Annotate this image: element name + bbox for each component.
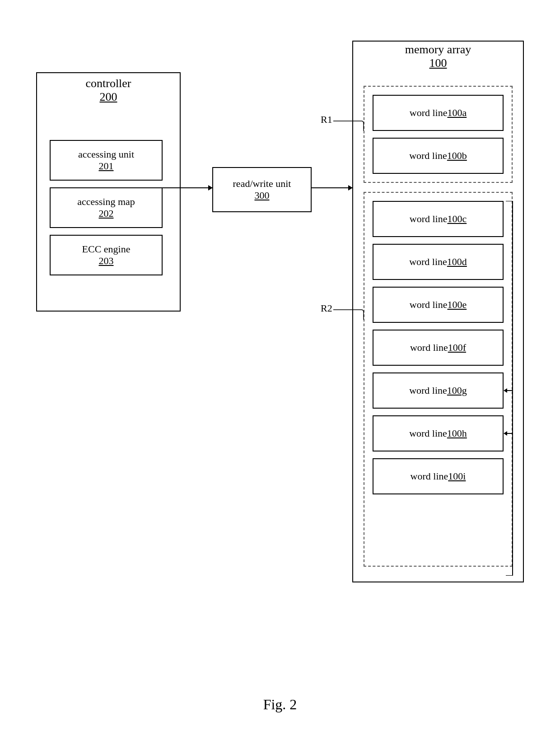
accessing-unit-box: accessing unit 201 xyxy=(50,140,163,181)
wl-100e-label: word line xyxy=(410,299,448,311)
wl-100h-label: word line xyxy=(409,428,447,439)
word-line-100d: word line 100d xyxy=(373,244,504,280)
bracket-arrows-svg xyxy=(504,201,531,576)
r1-curve-line: R1 xyxy=(321,113,366,131)
svg-marker-10 xyxy=(504,431,507,436)
diagram-container: controller 200 accessing unit 201 access… xyxy=(23,27,537,682)
wl-100g-number: 100g xyxy=(447,385,467,396)
wl-100c-label: word line xyxy=(410,213,448,225)
wl-100a-number: 100a xyxy=(447,107,467,119)
fig-caption-text: Fig. 2 xyxy=(263,696,297,712)
wl-100e-number: 100e xyxy=(447,299,467,311)
accessing-unit-number: 201 xyxy=(99,160,114,172)
rw-unit-number: 300 xyxy=(255,190,270,201)
wl-100a-label: word line xyxy=(410,107,448,119)
r1-label-area: R1 xyxy=(321,113,366,133)
wl-100i-number: 100i xyxy=(448,470,466,482)
word-line-100h: word line 100h xyxy=(373,415,504,451)
svg-marker-8 xyxy=(504,388,507,393)
controller-label: controller 200 xyxy=(36,77,181,104)
wl-100d-number: 100d xyxy=(447,256,467,268)
ecc-engine-box: ECC engine 203 xyxy=(50,235,163,275)
figure-caption: Fig. 2 xyxy=(0,696,560,713)
svg-text:R2: R2 xyxy=(321,303,332,314)
ecc-engine-text: ECC engine xyxy=(82,243,131,255)
word-line-100i: word line 100i xyxy=(373,458,504,494)
word-line-100c: word line 100c xyxy=(373,201,504,237)
r2-curve-line: R2 xyxy=(321,302,366,320)
controller-number: 200 xyxy=(36,90,181,104)
accessing-map-box: accessing map 202 xyxy=(50,187,163,228)
wl-100b-label: word line xyxy=(409,150,447,162)
memory-array-text: memory array xyxy=(352,43,524,56)
wl-100f-label: word line xyxy=(410,342,448,354)
ecc-engine-number: 203 xyxy=(99,255,114,267)
memory-array-title: memory array 100 xyxy=(352,43,524,70)
memory-array-number: 100 xyxy=(352,56,524,70)
word-line-100e: word line 100e xyxy=(373,287,504,323)
wl-100i-label: word line xyxy=(411,470,448,482)
word-line-100a: word line 100a xyxy=(373,95,504,131)
accessing-map-text: accessing map xyxy=(77,196,135,208)
accessing-unit-text: accessing unit xyxy=(78,149,134,160)
wl-100h-number: 100h xyxy=(447,428,467,439)
wl-100g-label: word line xyxy=(409,385,447,396)
arrow-au-to-rw xyxy=(163,187,212,188)
rw-unit-box: read/write unit 300 xyxy=(212,167,312,212)
rw-unit-text: read/write unit xyxy=(233,178,291,190)
wl-100d-label: word line xyxy=(409,256,447,268)
word-line-100g: word line 100g xyxy=(373,372,504,409)
word-line-100f: word line 100f xyxy=(373,330,504,366)
controller-text: controller xyxy=(36,77,181,90)
accessing-map-number: 202 xyxy=(99,208,114,219)
svg-text:R1: R1 xyxy=(321,114,332,125)
r2-label-area: R2 xyxy=(321,302,366,321)
wl-100f-number: 100f xyxy=(448,342,466,354)
wl-100c-number: 100c xyxy=(447,213,467,225)
word-line-100b: word line 100b xyxy=(373,138,504,174)
wl-100b-number: 100b xyxy=(447,150,467,162)
arrow-rw-to-mem xyxy=(312,187,352,188)
